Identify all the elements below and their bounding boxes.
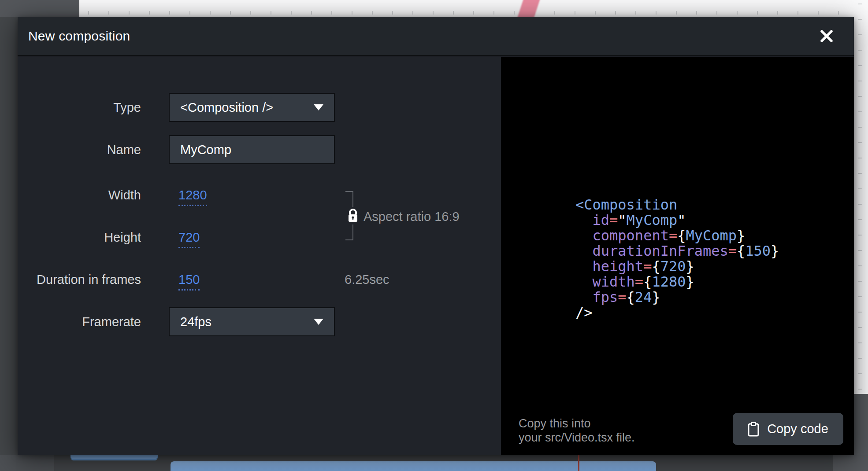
chevron-down-icon (314, 319, 323, 325)
background-timeline-track (171, 461, 656, 471)
type-select-value: <Composition /> (180, 100, 273, 115)
clipboard-icon (748, 422, 759, 437)
code-preview-panel: <Composition id="MyComp" component={MyCo… (501, 57, 854, 455)
framerate-label: Framerate (18, 316, 141, 328)
duration-label: Duration in frames (18, 273, 141, 286)
copy-hint-line2: your src/Video.tsx file. (519, 431, 635, 445)
duration-value-link[interactable]: 150 (178, 273, 200, 291)
background-bottom-left-column-2 (16, 455, 54, 471)
copy-code-label: Copy code (767, 422, 828, 436)
close-icon (820, 29, 833, 43)
vertical-ruler-ticks (858, 4, 862, 390)
background-bottom-left-column (0, 455, 16, 471)
dialog-header: New composition (18, 17, 854, 56)
background-bottom-right (833, 455, 868, 471)
height-value-link[interactable]: 720 (178, 231, 200, 248)
framerate-select-value: 24fps (180, 315, 211, 329)
width-label: Width (18, 189, 141, 202)
framerate-select[interactable]: 24fps (169, 307, 335, 336)
background-blue-button-partial (70, 455, 158, 460)
code-snippet: <Composition id="MyComp" component={MyCo… (575, 197, 779, 320)
background-canvas-right (854, 0, 868, 394)
width-value-link[interactable]: 1280 (178, 189, 207, 206)
background-sidebar-top (0, 0, 79, 17)
lock-icon (348, 209, 358, 223)
aspect-lock[interactable] (346, 207, 360, 224)
name-label: Name (18, 144, 141, 156)
timeline-ruler-ticks (88, 11, 864, 15)
type-label: Type (18, 101, 141, 114)
type-select[interactable]: <Composition /> (169, 93, 335, 122)
close-button[interactable] (817, 26, 836, 46)
new-composition-dialog: New composition Type <Composition /> Nam… (18, 17, 854, 455)
dialog-body: Type <Composition /> Name Width 1280 Hei… (18, 57, 854, 455)
copy-code-button[interactable]: Copy code (733, 413, 843, 445)
timeline-playhead (578, 455, 579, 471)
chevron-down-icon (314, 104, 323, 110)
copy-hint-line1: Copy this into (519, 416, 635, 431)
dialog-title: New composition (28, 29, 130, 44)
copy-hint-text: Copy this into your src/Video.tsx file. (519, 416, 635, 445)
background-canvas-top (79, 0, 868, 17)
height-label: Height (18, 231, 141, 244)
duration-seconds: 6.25sec (345, 273, 389, 286)
name-input[interactable] (169, 135, 335, 164)
aspect-ratio-label: Aspect ratio 16:9 (364, 210, 460, 224)
form-panel: Type <Composition /> Name Width 1280 Hei… (18, 57, 501, 455)
